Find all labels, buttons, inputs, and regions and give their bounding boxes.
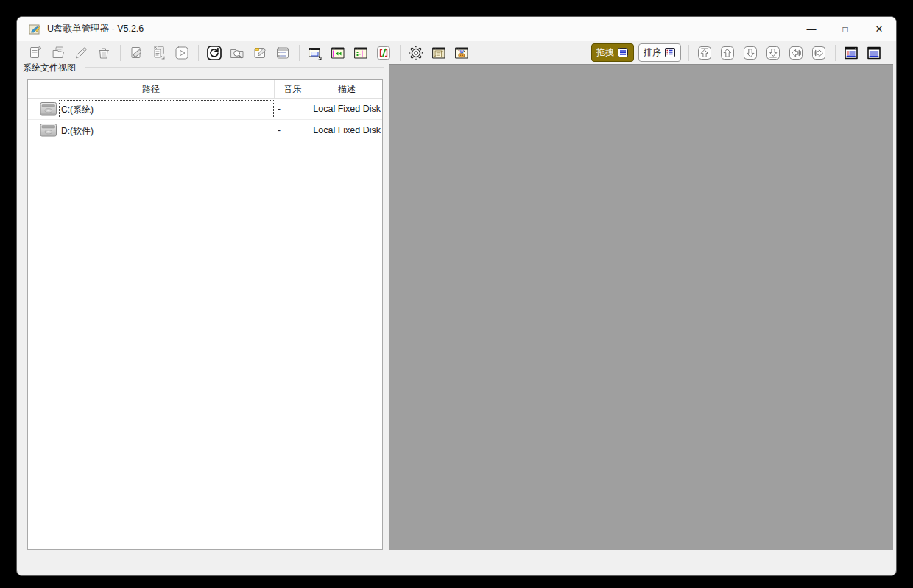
sort-mode-button[interactable]: 排序 — [638, 43, 681, 62]
move-top-icon[interactable] — [695, 43, 714, 63]
move-up-icon[interactable] — [718, 43, 737, 63]
description-cell: Local Fixed Disk — [311, 104, 382, 114]
move-right-icon[interactable] — [809, 43, 828, 63]
log-scroll-icon[interactable] — [429, 43, 448, 63]
toolbar-separator — [835, 45, 836, 61]
search-folder-icon[interactable] — [228, 43, 247, 63]
window-controls: — □ ✕ — [794, 17, 896, 41]
delete-icon[interactable] — [94, 43, 113, 63]
play-icon[interactable] — [172, 43, 191, 63]
app-window: U盘歌单管理器 - V5.2.6 — □ ✕ W 拖拽 — [16, 16, 897, 576]
hard-drive-icon — [40, 102, 57, 116]
music-count-cell: - — [274, 104, 311, 114]
toolbar-separator — [400, 45, 401, 61]
drive-path-label: D:(软件) — [59, 121, 274, 140]
toolbar-separator — [198, 45, 199, 61]
table-row[interactable]: D:(软件) - Local Fixed Disk — [28, 120, 382, 141]
list-blue-icon — [617, 47, 629, 58]
window-title: U盘歌单管理器 - V5.2.6 — [47, 23, 144, 35]
column-header-path[interactable]: 路径 — [28, 80, 274, 98]
path-cell: D:(软件) — [28, 120, 274, 141]
close-button[interactable]: ✕ — [862, 17, 896, 41]
toolbar: W 拖拽 排序 — [17, 41, 896, 64]
titlebar[interactable]: U盘歌单管理器 - V5.2.6 — □ ✕ — [17, 17, 896, 41]
groupbox-label: 系统文件视图 — [23, 62, 79, 74]
hard-drive-icon — [40, 123, 57, 138]
edit-icon[interactable] — [71, 43, 91, 63]
erase-note-icon[interactable] — [127, 43, 146, 63]
detail-list-view-icon[interactable] — [842, 43, 861, 63]
drag-mode-button[interactable]: 拖拽 — [591, 43, 634, 62]
edit-pad-icon[interactable] — [250, 43, 269, 63]
edit-brackets-icon[interactable] — [374, 43, 393, 63]
groupbox-border-line — [85, 67, 384, 68]
drag-mode-label: 拖拽 — [596, 46, 614, 59]
settings-gear-icon[interactable] — [406, 43, 426, 63]
window-split-icon[interactable] — [351, 43, 370, 63]
refresh-icon[interactable] — [205, 43, 224, 63]
detail-list-mini-icon — [664, 47, 676, 58]
system-file-table: 路径 音乐 描述 C:(系统) - Local Fixed Disk D:(软件… — [27, 79, 383, 550]
minimize-button[interactable]: — — [794, 17, 828, 41]
list-window-icon[interactable] — [273, 43, 292, 63]
toolbar-separator — [688, 45, 689, 61]
app-icon — [28, 23, 41, 36]
new-playlist-icon[interactable] — [26, 43, 45, 63]
toolbar-separator — [120, 45, 121, 61]
move-left-icon[interactable] — [786, 43, 806, 63]
table-row[interactable]: C:(系统) - Local Fixed Disk — [28, 99, 382, 120]
mascot-icon[interactable]: W — [452, 43, 471, 63]
copy-move-icon[interactable] — [149, 43, 169, 63]
description-cell: Local Fixed Disk — [311, 125, 382, 135]
sort-mode-label: 排序 — [644, 46, 661, 59]
music-count-cell: - — [274, 125, 311, 135]
column-header-music[interactable]: 音乐 — [274, 80, 311, 98]
open-playlist-icon[interactable] — [49, 43, 68, 63]
column-header-description[interactable]: 描述 — [311, 80, 382, 98]
export-window-icon[interactable] — [306, 43, 325, 63]
move-down-icon[interactable] — [741, 43, 760, 63]
playlist-content-panel — [389, 64, 893, 550]
path-cell: C:(系统) — [28, 99, 274, 119]
move-bottom-icon[interactable] — [764, 43, 783, 63]
table-header: 路径 音乐 描述 — [28, 80, 382, 99]
drive-path-label: C:(系统) — [59, 100, 274, 118]
toolbar-separator — [299, 45, 300, 61]
maximize-button[interactable]: □ — [828, 17, 862, 41]
window-rewind-icon[interactable] — [328, 43, 348, 63]
simple-list-view-icon[interactable] — [864, 43, 884, 63]
